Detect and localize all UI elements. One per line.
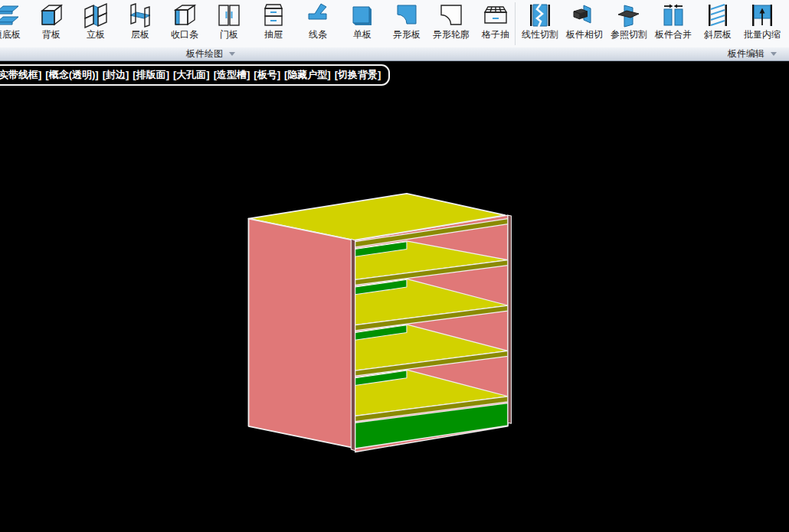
- tool-label: 异形板: [393, 29, 421, 40]
- tool-linear-cut[interactable]: 线性切割: [518, 0, 562, 48]
- shaped-panel-icon: [394, 2, 420, 28]
- tool-label: 抽屉: [264, 29, 283, 40]
- cabinet-model: [0, 61, 789, 532]
- shelf-panel-icon: [127, 2, 153, 28]
- tool-label: 顶底板: [0, 29, 21, 40]
- tool-single-panel[interactable]: 单板: [340, 0, 385, 48]
- chevron-down-icon[interactable]: [771, 52, 777, 56]
- ribbon-toolbar: 顶底板 背板 立板 层板: [0, 0, 789, 48]
- tool-shaped-contour[interactable]: 异形轮廓: [429, 0, 473, 48]
- tool-label: 异形轮廓: [433, 29, 470, 40]
- back-panel-icon: [38, 2, 64, 28]
- tool-label: 线性切割: [522, 29, 558, 40]
- top-bottom-panel-icon: [0, 2, 20, 28]
- tool-shelf-panel[interactable]: 层板: [118, 0, 162, 48]
- tool-label: 批量内缩: [744, 29, 781, 40]
- panel-tangent-icon: [571, 2, 597, 28]
- tool-label: 层板: [131, 29, 149, 40]
- single-panel-icon: [349, 2, 375, 28]
- tool-panel-merge[interactable]: 板件合并: [651, 0, 696, 48]
- tool-drawer[interactable]: 抽屉: [251, 0, 296, 48]
- ribbon-tab-strip: 板件绘图 板件编辑: [0, 47, 789, 61]
- tool-label: 板件相切: [566, 29, 603, 40]
- left-panel-front-edge[interactable]: [351, 239, 355, 450]
- drawer-icon: [260, 2, 286, 28]
- tool-slanted-shelf[interactable]: 斜层板: [696, 0, 740, 48]
- tool-vertical-panel[interactable]: 立板: [74, 0, 118, 48]
- grid-drawer-icon: [483, 2, 509, 28]
- tool-label: 线条: [309, 29, 327, 40]
- door-panel-icon: [216, 2, 242, 28]
- tool-back-panel[interactable]: 背板: [29, 0, 74, 48]
- tool-door-panel[interactable]: 门板: [207, 0, 251, 48]
- line-profile-icon: [305, 2, 331, 28]
- tool-edge-strip[interactable]: 收口条: [162, 0, 207, 48]
- tool-grid-drawer[interactable]: 格子抽: [473, 0, 518, 48]
- batch-inset-icon: [749, 2, 775, 28]
- tool-shaped-panel[interactable]: 异形板: [385, 0, 429, 48]
- right-panel-front-edge[interactable]: [508, 215, 511, 423]
- 3d-viewport[interactable]: 实带线框][概念(透明)][封边][排版面][大孔面][造型槽][板号][隐藏户…: [0, 61, 789, 532]
- tool-label: 门板: [220, 29, 238, 40]
- tool-top-bottom-panel[interactable]: 顶底板: [0, 0, 29, 48]
- vertical-panel-icon: [83, 2, 109, 28]
- tool-label: 格子抽: [482, 29, 509, 40]
- linear-cut-icon: [527, 2, 553, 28]
- tool-label: 立板: [87, 29, 105, 40]
- ribbon-group-separator: [515, 2, 516, 45]
- tool-panel-tangent[interactable]: 板件相切: [562, 0, 607, 48]
- tab-label: 板件编辑: [728, 48, 764, 60]
- tab-panel-editing[interactable]: 板件编辑: [728, 48, 777, 60]
- tool-label: 板件合并: [655, 29, 692, 40]
- reference-cut-icon: [616, 2, 642, 28]
- tool-line-profile[interactable]: 线条: [296, 0, 340, 48]
- tab-panel-drawing[interactable]: 板件绘图: [186, 48, 235, 60]
- left-side-panel-face[interactable]: [248, 219, 353, 449]
- tool-label: 参照切割: [611, 29, 647, 40]
- tool-label: 单板: [353, 29, 372, 40]
- tab-label: 板件绘图: [186, 48, 223, 60]
- tool-reference-cut[interactable]: 参照切割: [607, 0, 651, 48]
- tool-label: 背板: [42, 29, 61, 40]
- edge-strip-icon: [172, 2, 198, 28]
- tool-label: 斜层板: [704, 29, 732, 40]
- tool-label: 收口条: [171, 29, 198, 40]
- shaped-contour-icon: [438, 2, 464, 28]
- chevron-down-icon[interactable]: [229, 52, 235, 56]
- tool-batch-inset[interactable]: 批量内缩: [740, 0, 784, 48]
- slanted-shelf-icon: [705, 2, 731, 28]
- panel-merge-icon: [660, 2, 686, 28]
